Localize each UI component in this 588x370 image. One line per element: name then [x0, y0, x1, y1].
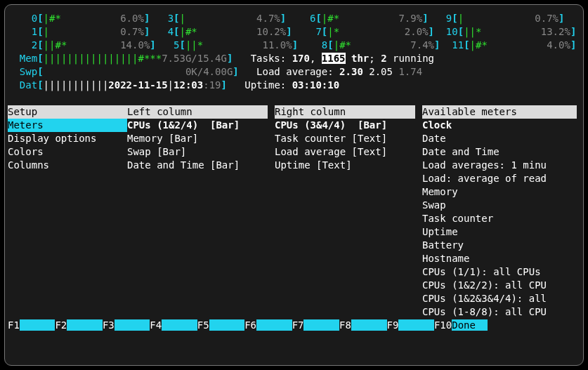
available-meters-item[interactable]: Load averages: 1 minu — [422, 159, 547, 171]
available-meters-item[interactable]: Load: average of read — [422, 173, 547, 184]
available-meters-item[interactable]: Battery — [422, 239, 464, 251]
cpu-meter-row: 0[|#* 6.0%] 3[| 4.7%] 6[|#* 7.9%] 9[| 0.… — [8, 12, 580, 25]
fkey-10[interactable]: F10 — [434, 319, 452, 331]
left-column-title: Left column — [127, 105, 268, 119]
available-meters-item[interactable]: Hostname — [422, 253, 469, 264]
available-meters-item[interactable]: Swap — [422, 199, 446, 211]
available-meters-item[interactable]: Clock — [422, 119, 452, 131]
fkey-3[interactable]: F3 — [103, 319, 115, 331]
left-column-item[interactable]: CPUs (1&2/4) [Bar] — [127, 119, 240, 131]
fkey-9[interactable]: F9 — [387, 319, 399, 331]
left-column-item[interactable]: Swap [Bar] — [127, 146, 186, 157]
left-column-item[interactable]: Memory [Bar] — [127, 133, 198, 144]
mem-and-tasks-row: Mem[||||||||||||||||#***7.53G/15.4G] Tas… — [8, 52, 580, 65]
available-meters-item[interactable]: CPUs (1&2/2): all CPU — [422, 279, 547, 291]
swap-and-load-row: Swp[ 0K/4.00G] Load average: 2.30 2.05 1… — [8, 65, 580, 79]
available-meters-panel[interactable]: Available meters Clock Date Date and Tim… — [422, 105, 580, 319]
fkey-6[interactable]: F6 — [244, 319, 256, 331]
available-meters-item[interactable]: CPUs (1&2&3&4/4): all — [422, 293, 547, 304]
fkey-4[interactable]: F4 — [150, 319, 162, 331]
fkey-2[interactable]: F2 — [55, 319, 67, 331]
available-meters-item[interactable]: Uptime — [422, 226, 458, 237]
available-meters-item[interactable]: Task counter — [422, 213, 493, 224]
left-column-item[interactable]: Date and Time [Bar] — [127, 159, 240, 171]
left-column-panel[interactable]: Left column CPUs (1&2/4) [Bar] Memory [B… — [127, 105, 275, 319]
right-column-title: Right column — [275, 105, 415, 119]
blank-row — [8, 92, 580, 105]
right-column-item[interactable]: Task counter [Text] — [275, 133, 387, 144]
available-meters-item[interactable]: CPUs (1-8/8): all CPU — [422, 306, 547, 317]
available-meters-item[interactable]: CPUs (1/1): all CPUs — [422, 266, 541, 277]
setup-menu-item[interactable]: Colors — [8, 146, 44, 157]
available-meters-item[interactable]: Date — [422, 133, 446, 144]
fkey-1[interactable]: F1 — [8, 319, 20, 331]
available-meters-title: Available meters — [422, 105, 577, 119]
cpu-meter-row: 1[| 0.7%] 4[|#* 10.2%] 7[|* 2.0%] 10[||*… — [8, 25, 580, 39]
setup-menu[interactable]: Setup Meters Display options Colors Colu… — [8, 105, 127, 319]
available-meters-item[interactable]: Date and Time — [422, 146, 499, 157]
fkey-done-label: Done — [452, 319, 488, 331]
date-and-uptime-row: Dat[|||||||||||2022-11-15|12:03:19] Upti… — [8, 79, 580, 92]
cpu-meter-row: 2[||#* 14.0%] 5[||* 11.0%] 8[|#* 7.4%] 1… — [8, 39, 580, 52]
fkey-5[interactable]: F5 — [197, 319, 209, 331]
setup-menu-title: Setup — [8, 105, 127, 119]
right-column-item[interactable]: CPUs (3&4/4) [Bar] — [275, 119, 387, 131]
fkey-8[interactable]: F8 — [339, 319, 351, 331]
setup-menu-item[interactable]: Display options — [8, 133, 96, 144]
fkey-7[interactable]: F7 — [292, 319, 304, 331]
setup-menu-item[interactable]: Columns — [8, 159, 49, 171]
setup-menu-item-meters[interactable]: Meters — [8, 119, 127, 132]
right-column-item[interactable]: Uptime [Text] — [275, 159, 352, 171]
function-key-bar[interactable]: F1 F2 F3 F4 F5 F6 F7 F8 F9 F10Done — [8, 319, 580, 332]
available-meters-item[interactable]: Memory — [422, 186, 458, 197]
right-column-item[interactable]: Load average [Text] — [275, 146, 387, 157]
right-column-panel[interactable]: Right column CPUs (3&4/4) [Bar] Task cou… — [275, 105, 422, 319]
